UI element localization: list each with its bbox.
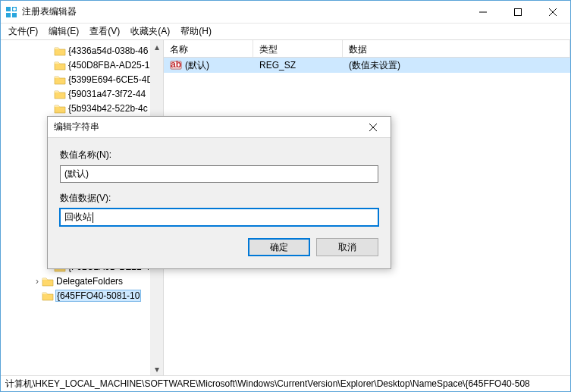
edit-string-dialog: 编辑字符串 数值名称(N): (默认) 数值数据(V): 回收站 确定 取消 [47, 116, 391, 269]
window-title: 注册表编辑器 [22, 5, 466, 18]
cancel-button[interactable]: 取消 [316, 238, 378, 256]
data-label: 数值数据(V): [60, 192, 378, 205]
svg-rect-0 [6, 7, 11, 11]
status-bar: 计算机\HKEY_LOCAL_MACHINE\SOFTWARE\Microsof… [1, 375, 570, 391]
name-label: 数值名称(N): [60, 149, 378, 162]
text-caret [93, 212, 93, 223]
minimize-button[interactable] [466, 1, 500, 24]
dialog-titlebar[interactable]: 编辑字符串 [48, 117, 391, 138]
status-path: 计算机\HKEY_LOCAL_MACHINE\SOFTWARE\Microsof… [5, 378, 530, 389]
dialog-close-button[interactable] [362, 117, 384, 138]
svg-rect-3 [12, 13, 17, 17]
menu-edit[interactable]: 编辑(E) [49, 25, 79, 38]
dialog-overlay: 编辑字符串 数值名称(N): (默认) 数值数据(V): 回收站 确定 取消 [1, 40, 570, 375]
data-input[interactable]: 回收站 [60, 209, 378, 226]
dialog-title: 编辑字符串 [54, 121, 362, 133]
maximize-button[interactable] [500, 1, 535, 24]
svg-rect-6 [515, 8, 522, 15]
menu-favorites[interactable]: 收藏夹(A) [130, 25, 170, 38]
close-button[interactable] [535, 1, 570, 24]
menubar: 文件(F) 编辑(E) 查看(V) 收藏夹(A) 帮助(H) [1, 24, 570, 40]
name-input[interactable]: (默认) [60, 165, 378, 183]
svg-point-4 [13, 8, 16, 11]
client-area: {4336a54d-038b-46{450D8FBA-AD25-11{5399E… [1, 40, 570, 375]
ok-button[interactable]: 确定 [248, 238, 310, 256]
menu-view[interactable]: 查看(V) [89, 25, 120, 38]
titlebar: 注册表编辑器 [1, 1, 570, 24]
svg-rect-2 [6, 13, 11, 17]
menu-help[interactable]: 帮助(H) [180, 25, 212, 38]
menu-file[interactable]: 文件(F) [8, 25, 38, 38]
app-icon [5, 6, 17, 18]
